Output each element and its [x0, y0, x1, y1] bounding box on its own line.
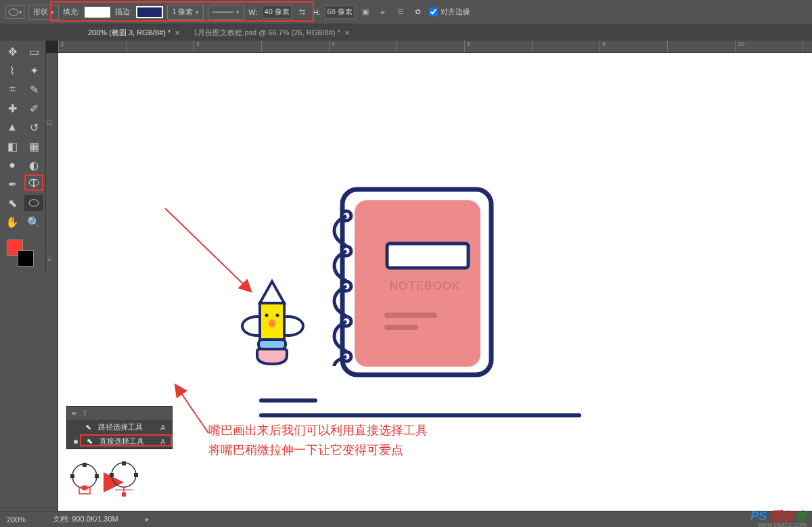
ruler-tick [667, 41, 735, 52]
ruler-tick [532, 41, 600, 52]
tab-inactive[interactable]: 1月份图文教程.psd @ 66.7% (26, RGB/8#) * ✕ [194, 28, 350, 38]
color-chips [3, 235, 43, 269]
ellipse-tool-highlight [24, 175, 43, 191]
line-icon [212, 12, 233, 13]
svg-point-23 [269, 319, 275, 327]
arrow-white-icon: ⬉ [85, 437, 94, 446]
crop-tool[interactable]: ⌗ [3, 81, 22, 97]
svg-rect-30 [83, 486, 87, 490]
pen-tool[interactable]: ✒ [3, 176, 22, 192]
chevron-down-icon: ▾ [236, 9, 240, 16]
width-input[interactable] [262, 5, 292, 19]
clone-stamp-tool[interactable]: ▲ [3, 119, 22, 135]
svg-point-28 [72, 464, 97, 488]
path-combine-icon[interactable]: ▣ [359, 5, 372, 19]
close-icon[interactable]: ✕ [175, 29, 180, 37]
height-label: H: [313, 8, 321, 16]
ellipse-icon [8, 8, 19, 16]
path-align-icon[interactable]: ≡ [376, 5, 390, 19]
ruler-tick: 2 [46, 120, 53, 188]
align-edges-input[interactable] [429, 7, 438, 16]
annotation-text: 嘴巴画出来后我们可以利用直接选择工具 将嘴巴稍微拉伸一下让它变得可爱点 [208, 421, 428, 460]
stroke-width-value: 1 像素 [172, 7, 193, 17]
height-input[interactable] [325, 5, 355, 19]
options-bar: ▾ 形状 ▾ 填充: 描边: 1 像素 ▾ ▾ W: ⇆ H: ▣ ≡ ☰ ✿ … [0, 0, 812, 24]
brush-tool[interactable]: ✐ [24, 100, 43, 116]
align-edges-checkbox[interactable]: 对齐边缘 [429, 7, 470, 17]
stroke-width-dropdown[interactable]: 1 像素 ▾ [167, 5, 204, 20]
vertical-ruler[interactable]: 24 [46, 53, 58, 511]
path-arrange-icon[interactable]: ☰ [394, 5, 407, 19]
selected-dot-icon [74, 440, 78, 444]
zoom-tool[interactable]: 🔍 [24, 214, 43, 230]
move-tool[interactable]: ✥ [3, 43, 22, 60]
flyout-item-direct-select[interactable]: ⬉直接选择工具A [67, 434, 172, 449]
ruler-tick [803, 41, 812, 52]
stroke-style-dropdown[interactable]: ▾ [208, 5, 244, 20]
stroke-label: 描边: [115, 7, 132, 17]
doc-info: 文档: 900.0K/1.30M [53, 514, 118, 524]
close-icon[interactable]: ✕ [344, 29, 350, 37]
eraser-tool[interactable]: ◧ [3, 138, 22, 154]
settings-icon[interactable]: ✿ [411, 5, 425, 19]
document-tabs: 200% (椭圆 3, RGB/8#) * ✕ 1月份图文教程.psd @ 66… [0, 24, 812, 41]
magic-wand-tool[interactable]: ✦ [24, 62, 43, 78]
tab-active[interactable]: 200% (椭圆 3, RGB/8#) * ✕ [88, 28, 180, 38]
tool-preset-icon[interactable]: ▾ [5, 5, 24, 19]
svg-rect-38 [122, 492, 126, 497]
history-brush-tool[interactable]: ↺ [24, 119, 43, 135]
shortcut-key: A [150, 438, 165, 446]
stroke-swatch[interactable] [136, 6, 163, 18]
watermark-url: www.psahz.com [758, 521, 807, 527]
ruler-tick: 2 [194, 41, 261, 52]
flyout-item-path-select[interactable]: ⬉路径选择工具A [67, 420, 172, 434]
anchor-point-demo [68, 460, 141, 497]
svg-marker-18 [260, 281, 284, 303]
chevron-down-icon: ▾ [19, 9, 22, 16]
svg-point-2 [29, 200, 39, 206]
ruler-tick [261, 41, 329, 52]
status-arrow-icon[interactable]: ▸ [145, 515, 150, 524]
selection-tool-flyout: ✒T ⬉路径选择工具A ⬉直接选择工具A [66, 406, 173, 449]
healing-tool[interactable]: ✚ [3, 100, 22, 116]
annotation-line: 将嘴巴稍微拉伸一下让它变得可爱点 [208, 440, 428, 460]
marquee-tool[interactable]: ▭ [24, 43, 43, 60]
shape-tool[interactable] [24, 195, 43, 211]
eyedropper-tool[interactable]: ✎ [24, 81, 43, 97]
hand-tool[interactable]: ✋ [3, 214, 22, 230]
zoom-level[interactable]: 200% [7, 515, 26, 524]
lasso-tool[interactable]: ⌇ [3, 62, 22, 78]
blur-tool[interactable]: ● [3, 157, 22, 173]
ruler-tick [397, 41, 464, 52]
svg-point-22 [276, 314, 279, 317]
annotation-line: 嘴巴画出来后我们可以利用直接选择工具 [208, 421, 428, 440]
svg-rect-29 [83, 463, 87, 467]
svg-point-3 [29, 179, 39, 186]
svg-point-34 [112, 463, 136, 487]
flyout-label: 路径选择工具 [98, 422, 143, 432]
svg-rect-31 [70, 474, 74, 478]
tab-label: 1月份图文教程.psd @ 66.7% (26, RGB/8#) * [194, 28, 340, 38]
path-select-tool[interactable]: ⬉ [3, 195, 22, 211]
arrow-black-icon: ⬉ [83, 423, 93, 432]
svg-rect-36 [110, 473, 114, 477]
svg-rect-20 [258, 340, 286, 349]
background-color[interactable] [18, 250, 34, 267]
svg-rect-37 [134, 473, 138, 477]
align-edges-label: 对齐边缘 [441, 7, 470, 17]
link-wh-icon[interactable]: ⇆ [296, 5, 309, 19]
notebook-text: NOTEBOOK [390, 279, 460, 292]
gradient-tool[interactable]: ▦ [24, 138, 43, 154]
fill-swatch[interactable] [84, 6, 111, 18]
tab-label: 200% (椭圆 3, RGB/8#) * [88, 28, 171, 38]
shape-mode-dropdown[interactable]: 形状 ▾ [28, 5, 59, 20]
flyout-header: ✒T [67, 407, 172, 420]
dodge-tool[interactable]: ◐ [24, 157, 43, 173]
status-bar: 200% 文档: 900.0K/1.30M ▸ [0, 511, 812, 527]
svg-point-21 [265, 314, 269, 317]
ruler-tick: 8 [600, 41, 667, 52]
shortcut-key: A [150, 423, 165, 432]
ruler-tick: 6 [464, 41, 532, 52]
flyout-label: 直接选择工具 [99, 436, 144, 446]
horizontal-ruler[interactable]: 024681012 [58, 41, 812, 53]
